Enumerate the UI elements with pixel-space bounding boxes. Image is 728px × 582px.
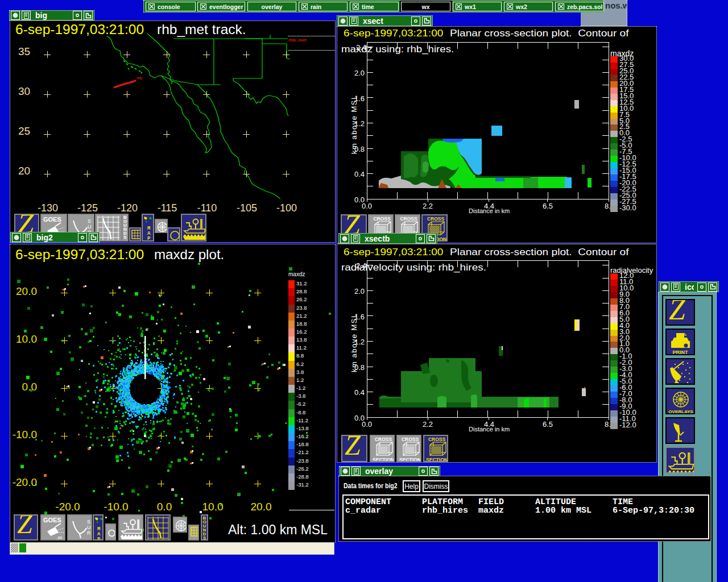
svg-text:S: S xyxy=(88,218,91,224)
svg-text:.IR: .IR xyxy=(56,535,62,541)
svg-text:CROSS: CROSS xyxy=(400,216,417,222)
svg-text:SECTION: SECTION xyxy=(399,457,421,462)
svg-text:SECTION: SECTION xyxy=(373,457,394,462)
svg-text:GOES: GOES xyxy=(43,517,61,523)
svg-text:OVERLAYS: OVERLAYS xyxy=(668,409,693,414)
svg-text:U: U xyxy=(88,224,92,230)
svg-text:R: R xyxy=(87,530,91,536)
svg-text:CROSS: CROSS xyxy=(373,216,391,222)
svg-text:GOES: GOES xyxy=(43,216,61,223)
svg-text:CROSS: CROSS xyxy=(402,436,419,442)
svg-text:U: U xyxy=(87,525,91,530)
svg-text:SECTION: SECTION xyxy=(426,457,448,462)
svg-text:CROSS: CROSS xyxy=(375,436,392,442)
svg-text:P: P xyxy=(147,236,151,242)
svg-text:P: P xyxy=(97,537,101,541)
svg-text:S: S xyxy=(87,519,90,525)
svg-text:rhb: rhb xyxy=(136,76,142,80)
svg-text:CROSS: CROSS xyxy=(428,436,446,442)
svg-text:CROSS: CROSS xyxy=(427,216,445,222)
svg-text:PRINT: PRINT xyxy=(673,350,689,355)
